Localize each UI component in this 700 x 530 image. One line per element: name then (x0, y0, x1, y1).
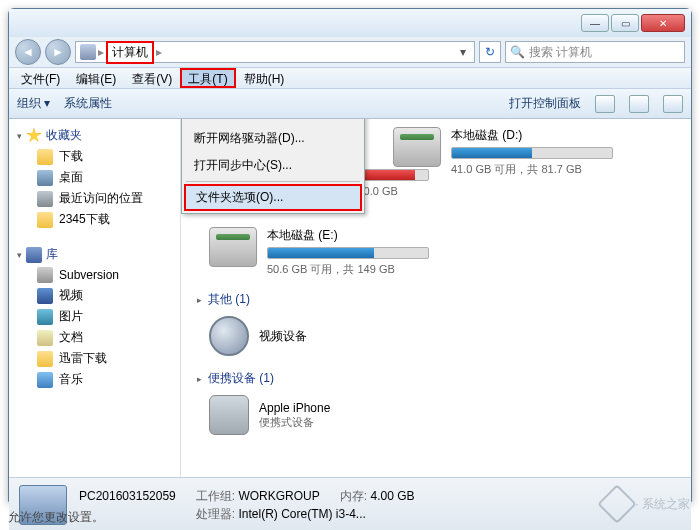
navigation-pane: ▾收藏夹 下载 桌面 最近访问的位置 2345下载 ▾库 Subversion … (9, 119, 181, 477)
computer-icon (80, 44, 96, 60)
back-button[interactable]: ◄ (15, 39, 41, 65)
breadcrumb-location[interactable]: 计算机 (106, 41, 154, 64)
content-body: ▾收藏夹 下载 桌面 最近访问的位置 2345下载 ▾库 Subversion … (9, 119, 691, 477)
status-hint: 允许您更改设置。 (8, 509, 104, 526)
search-input[interactable]: 🔍 搜索 计算机 (505, 41, 685, 63)
menu-view[interactable]: 查看(V) (124, 68, 180, 88)
phone-icon (209, 395, 249, 435)
drive-label: 本地磁盘 (D:) (451, 127, 613, 144)
sync-center-item[interactable]: 打开同步中心(S)... (182, 152, 364, 179)
maximize-button[interactable]: ▭ (611, 14, 639, 32)
menu-separator (186, 181, 360, 182)
sidebar-item-2345[interactable]: 2345下载 (9, 209, 180, 230)
video-icon (37, 288, 53, 304)
breadcrumb[interactable]: ▸ 计算机 ▸ ▾ (75, 41, 475, 63)
control-panel-button[interactable]: 打开控制面板 (509, 95, 581, 112)
preview-pane-icon[interactable] (629, 95, 649, 113)
chevron-right-icon: ▸ (98, 45, 104, 59)
menu-bar: 文件(F) 编辑(E) 查看(V) 工具(T) 帮助(H) (9, 67, 691, 89)
chevron-right-icon[interactable]: ▸ (156, 45, 162, 59)
forward-button[interactable]: ► (45, 39, 71, 65)
disconnect-network-drive-item[interactable]: 断开网络驱动器(D)... (182, 125, 364, 152)
menu-help[interactable]: 帮助(H) (236, 68, 293, 88)
sidebar-item-subversion[interactable]: Subversion (9, 265, 180, 285)
drive-icon (209, 227, 257, 267)
picture-icon (37, 309, 53, 325)
folder-icon (37, 212, 53, 228)
drive-stats: 41.0 GB 可用，共 81.7 GB (451, 162, 613, 177)
sidebar-item-recent[interactable]: 最近访问的位置 (9, 188, 180, 209)
refresh-button[interactable]: ↻ (479, 41, 501, 63)
memory-value: 4.00 GB (370, 489, 414, 503)
music-icon (37, 372, 53, 388)
device-label: 视频设备 (259, 328, 307, 345)
recent-icon (37, 191, 53, 207)
address-bar: ◄ ► ▸ 计算机 ▸ ▾ ↻ 🔍 搜索 计算机 (9, 37, 691, 67)
drive-stats: 50.6 GB 可用，共 149 GB (267, 262, 429, 277)
explorer-window: — ▭ ✕ ◄ ► ▸ 计算机 ▸ ▾ ↻ 🔍 搜索 计算机 文件(F) 编辑(… (8, 8, 692, 502)
toolbar: 组织 ▾ 系统属性 打开控制面板 (9, 89, 691, 119)
help-icon[interactable] (663, 95, 683, 113)
library-icon (26, 247, 42, 263)
search-placeholder: 搜索 计算机 (529, 44, 592, 61)
drive-label: 本地磁盘 (E:) (267, 227, 429, 244)
titlebar: — ▭ ✕ (9, 9, 691, 37)
watermark: · 系统之家 (603, 490, 690, 518)
folder-icon (37, 149, 53, 165)
device-label: Apple iPhone (259, 401, 330, 415)
desktop-icon (37, 170, 53, 186)
document-icon (37, 330, 53, 346)
webcam-icon (209, 316, 249, 356)
sidebar-item-music[interactable]: 音乐 (9, 369, 180, 390)
sidebar-item-pictures[interactable]: 图片 (9, 306, 180, 327)
libraries-header[interactable]: ▾库 (9, 244, 180, 265)
device-sublabel: 便携式设备 (259, 415, 330, 430)
capacity-bar (267, 247, 429, 259)
sidebar-item-downloads[interactable]: 下载 (9, 146, 180, 167)
menu-edit[interactable]: 编辑(E) (68, 68, 124, 88)
computer-name: PC201603152059 (79, 487, 176, 505)
portable-section-header[interactable]: ▸便携设备 (1) (197, 370, 679, 387)
folder-icon (37, 267, 53, 283)
workgroup-value: WORKGROUP (238, 489, 319, 503)
drive-icon (393, 127, 441, 167)
drive-e[interactable]: 本地磁盘 (E:) 50.6 GB 可用，共 149 GB (209, 227, 429, 277)
organize-button[interactable]: 组织 ▾ (17, 95, 50, 112)
close-button[interactable]: ✕ (641, 14, 685, 32)
sidebar-item-videos[interactable]: 视频 (9, 285, 180, 306)
main-pane: 映射网络驱动器(N)... 断开网络驱动器(D)... 打开同步中心(S)...… (181, 119, 691, 477)
video-device[interactable]: 视频设备 (209, 316, 679, 356)
view-options-icon[interactable] (595, 95, 615, 113)
breadcrumb-dropdown-icon[interactable]: ▾ (456, 45, 470, 59)
cpu-value: Intel(R) Core(TM) i3-4... (238, 507, 365, 521)
sidebar-item-thunder[interactable]: 迅雷下载 (9, 348, 180, 369)
system-properties-button[interactable]: 系统属性 (64, 95, 112, 112)
search-icon: 🔍 (510, 45, 525, 59)
tools-dropdown: 映射网络驱动器(N)... 断开网络驱动器(D)... 打开同步中心(S)...… (181, 119, 365, 214)
menu-tools[interactable]: 工具(T) (180, 68, 235, 88)
iphone-device[interactable]: Apple iPhone 便携式设备 (209, 395, 679, 435)
details-pane: PC201603152059 工作组: WORKGROUP 内存: 4.00 G… (9, 477, 691, 530)
star-icon (26, 128, 42, 144)
folder-options-item[interactable]: 文件夹选项(O)... (184, 184, 362, 211)
favorites-header[interactable]: ▾收藏夹 (9, 125, 180, 146)
folder-icon (37, 351, 53, 367)
capacity-bar (451, 147, 613, 159)
other-section-header[interactable]: ▸其他 (1) (197, 291, 679, 308)
menu-file[interactable]: 文件(F) (13, 68, 68, 88)
sidebar-item-documents[interactable]: 文档 (9, 327, 180, 348)
minimize-button[interactable]: — (581, 14, 609, 32)
sidebar-item-desktop[interactable]: 桌面 (9, 167, 180, 188)
